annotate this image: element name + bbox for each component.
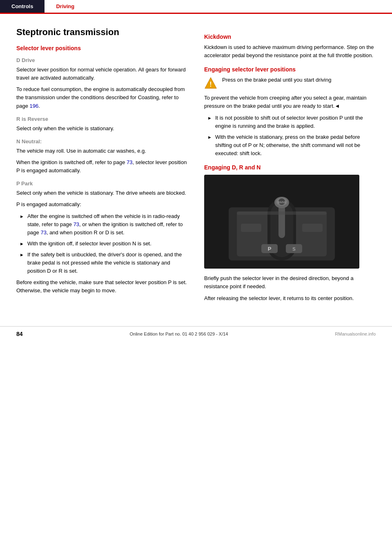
bullet1-link2[interactable]: 73: [40, 229, 46, 236]
n-neutral-text2-start: When the ignition is switched off, refer…: [16, 159, 127, 165]
bullet-arrow-2: ►: [20, 240, 24, 248]
p-park-heading: P Park: [16, 180, 188, 187]
kickdown-text: Kickdown is used to achieve maximum driv…: [204, 43, 376, 60]
footer: 84 Online Edition for Part no. 01 40 2 9…: [0, 326, 392, 345]
p-park-text3: Before exiting the vehicle, make sure th…: [16, 278, 188, 295]
svg-text:!: !: [209, 81, 212, 88]
drn-text1: Briefly push the selector lever in the d…: [204, 274, 376, 291]
warning-text: Press on the brake pedal until you start…: [222, 76, 331, 84]
header-tabs: Controls Driving: [0, 0, 392, 13]
d-drive-text2-end: .: [38, 103, 40, 109]
footer-text: Online Edition for Part no. 01 40 2 956 …: [129, 331, 228, 336]
p-park-text1: Select only when the vehicle is stationa…: [16, 189, 188, 197]
footer-page-number: 84: [16, 331, 23, 337]
p-park-text2: P is engaged automatically:: [16, 200, 188, 209]
svg-rect-16: [302, 224, 323, 232]
footer-site: RManualsonline.info: [335, 331, 376, 336]
gear-svg: R N D BMW P S: [204, 175, 359, 269]
d-drive-page-link[interactable]: 196: [30, 103, 39, 109]
selector-lever-heading: Selector lever positions: [16, 45, 188, 51]
bullet-content-1: After the engine is switched off when th…: [27, 212, 188, 237]
engaging-bullet-2: ► With the vehicle is stationary, press …: [207, 133, 376, 158]
tab-controls-label: Controls: [11, 3, 33, 9]
engaging-text: To prevent the vehicle from creeping aft…: [204, 94, 376, 110]
footer-text-content: Online Edition for Part no. 01 40 2 956 …: [129, 331, 228, 336]
svg-text:P: P: [268, 246, 272, 252]
bullet-item-2: ► With the ignition off, if selector lev…: [20, 240, 188, 248]
n-neutral-heading: N Neutral:: [16, 138, 188, 145]
left-column: Steptronic transmission Selector lever p…: [16, 27, 188, 306]
engaging-bullet-1: ► It is not possible to shift out of sel…: [207, 114, 376, 130]
n-neutral-page-link[interactable]: 73: [127, 159, 132, 165]
drn-text2: After releasing the selector lever, it r…: [204, 294, 376, 302]
bullet-arrow-3: ►: [20, 251, 24, 275]
gear-image: R N D BMW P S: [204, 175, 359, 269]
kickdown-heading: Kickdown: [204, 33, 376, 40]
bullet-arrow-1: ►: [20, 213, 24, 237]
engaging-bullet-arrow-1: ►: [207, 115, 212, 130]
bullet-item-1: ► After the engine is switched off when …: [20, 212, 188, 237]
bullet-item-3: ► If the safety belt is unbuckled, the d…: [20, 251, 188, 275]
d-drive-heading: D Drive: [16, 57, 188, 63]
warning-box: ! Press on the brake pedal until you sta…: [204, 76, 376, 90]
r-reverse-heading: R is Reverse: [16, 116, 188, 122]
bullet-content-3: If the safety belt is unbuckled, the dri…: [27, 251, 188, 275]
n-neutral-text1: The vehicle may roll. Use in automatic c…: [16, 147, 188, 155]
bullet1-link1[interactable]: 73: [74, 221, 79, 227]
engaging-bullets: ► It is not possible to shift out of sel…: [207, 114, 376, 158]
bullet-content-2: With the ignition off, if selector lever…: [27, 240, 151, 248]
r-reverse-text: Select only when the vehicle is stationa…: [16, 125, 188, 133]
engaging-bullet-content-2: With the vehicle is stationary, press on…: [215, 133, 376, 158]
engaging-bullet-content-1: It is not possible to shift out of selec…: [215, 114, 376, 130]
d-drive-text1: Selector lever position for normal vehic…: [16, 66, 188, 82]
d-drive-text2: To reduce fuel consumption, the engine i…: [16, 85, 188, 110]
main-content: Steptronic transmission Selector lever p…: [0, 14, 392, 314]
bullet1-end: , and when position R or D is set.: [47, 229, 125, 236]
svg-text:BMW: BMW: [278, 200, 286, 204]
svg-rect-15: [241, 224, 261, 232]
right-column: Kickdown Kickdown is used to achieve max…: [204, 27, 376, 306]
svg-text:S: S: [292, 247, 295, 251]
p-park-bullets: ► After the engine is switched off when …: [20, 212, 188, 276]
engaging-bullet-arrow-2: ►: [207, 134, 212, 158]
n-neutral-text2: When the ignition is switched off, refer…: [16, 158, 188, 175]
tab-controls[interactable]: Controls: [0, 0, 45, 13]
page-title: Steptronic transmission: [16, 27, 188, 38]
tab-driving-label: Driving: [56, 3, 74, 9]
tab-driving[interactable]: Driving: [45, 0, 86, 13]
svg-rect-21: [237, 211, 327, 215]
warning-icon: !: [204, 77, 217, 90]
d-drive-text2-start: To reduce fuel consumption, the engine i…: [16, 86, 185, 109]
engaging-selector-heading: Engaging selector lever positions: [204, 66, 376, 73]
engaging-drn-heading: Engaging D, R and N: [204, 164, 376, 171]
